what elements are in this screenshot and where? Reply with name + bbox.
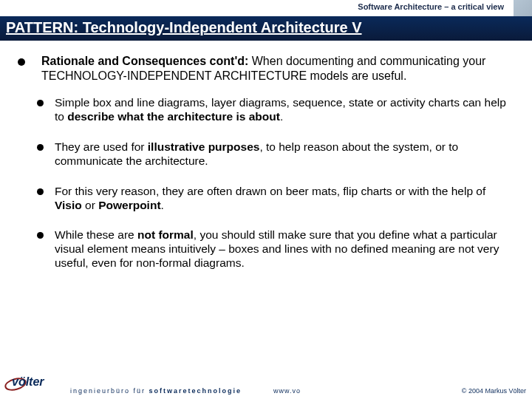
text-bold: illustrative purposes xyxy=(148,140,260,153)
logo-text: völter xyxy=(12,375,44,389)
bullet-icon xyxy=(37,232,44,239)
slide-title-bar: PATTERN: Technology-Independent Architec… xyxy=(0,16,532,41)
bullet-icon xyxy=(37,100,44,106)
sub-bullet-1: Simple box and line diagrams, layer diag… xyxy=(37,96,510,124)
text-bold: Powerpoint xyxy=(98,199,160,211)
bullet-icon xyxy=(37,144,44,151)
footer-url: www.vo xyxy=(273,387,301,395)
text: or xyxy=(82,199,98,211)
main-bullet: Rationale and Consequences cont'd: When … xyxy=(37,54,510,83)
text: For this very reason, they are often dra… xyxy=(55,185,485,197)
tagline-b: softwaretechnologie xyxy=(149,387,242,395)
footer-copyright: © 2004 Markus Völter xyxy=(462,387,526,395)
slide-content: Rationale and Consequences cont'd: When … xyxy=(0,41,532,270)
text-bold: not formal xyxy=(137,228,194,241)
text: While these are xyxy=(55,228,137,241)
text: . xyxy=(280,110,283,123)
doc-title: Software Architecture – a critical view xyxy=(358,2,526,11)
text-bold: describe what the architecture is about xyxy=(67,110,280,123)
footer: völter ingenieurbüro für softwaretechnol… xyxy=(0,377,532,399)
footer-tagline: ingenieurbüro für softwaretechnologie xyxy=(70,387,242,395)
doc-header: Software Architecture – a critical view xyxy=(0,0,532,16)
lead-bold: Rationale and Consequences cont'd: xyxy=(41,55,248,67)
text: They are used for xyxy=(55,140,148,153)
text-bold: Visio xyxy=(55,199,82,211)
sub-bullet-4: While these are not formal, you should s… xyxy=(37,228,510,270)
logo: völter xyxy=(4,375,64,393)
sub-bullet-2: They are used for illustrative purposes,… xyxy=(37,140,510,168)
sub-bullet-3: For this very reason, they are often dra… xyxy=(37,185,510,213)
bullet-icon xyxy=(37,188,44,195)
bullet-icon xyxy=(18,58,25,66)
tagline-a: ingenieurbüro für xyxy=(70,387,149,395)
text: . xyxy=(161,199,164,211)
slide-title: PATTERN: Technology-Independent Architec… xyxy=(6,19,362,35)
